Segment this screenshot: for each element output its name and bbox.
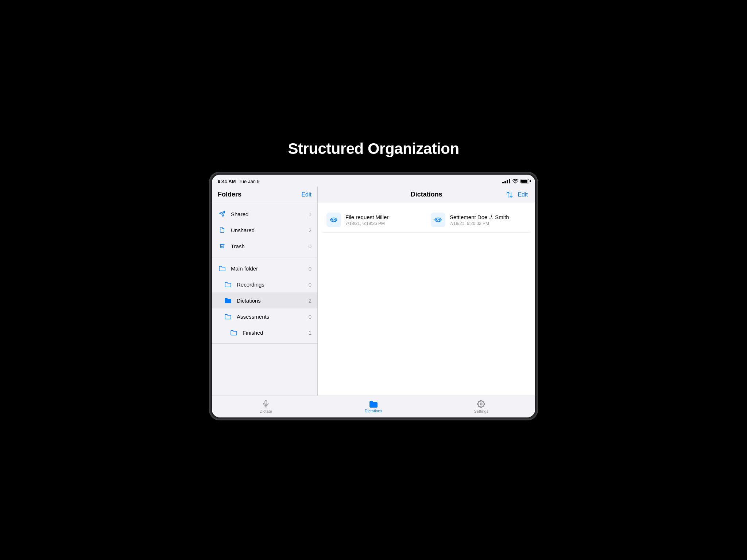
sidebar-item-count-unshared: 2: [309, 227, 311, 233]
content-list: File request Miller 7/18/21, 6:19:36 PM: [318, 203, 535, 396]
tab-item-settings[interactable]: Settings: [427, 400, 535, 413]
sidebar-item-label-dictations: Dictations: [237, 298, 309, 304]
folder-icon-main: [218, 264, 227, 273]
folder-icon-recordings: [224, 280, 232, 289]
sidebar-item-finished[interactable]: Finished 1: [212, 324, 317, 341]
dictation-thumb-1: [326, 213, 341, 227]
tab-item-dictations[interactable]: Dictations: [320, 400, 427, 413]
ipad-left-button: [209, 224, 210, 246]
content-title: Dictations: [411, 191, 442, 198]
sidebar-item-label-main-folder: Main folder: [231, 265, 309, 272]
status-date: Tue Jan 9: [239, 179, 259, 184]
status-bar-left: 9:41 AM Tue Jan 9: [218, 179, 260, 184]
sidebar-item-label-assessments: Assessments: [237, 314, 309, 320]
sidebar-item-label-trash: Trash: [231, 243, 309, 249]
svg-point-5: [480, 403, 483, 405]
sidebar-title: Folders: [218, 191, 241, 198]
sidebar-item-count-finished: 1: [309, 330, 311, 336]
dictation-name-2: Settlement Doe ./. Smith: [450, 214, 526, 220]
ipad-screen: 9:41 AM Tue Jan 9: [212, 175, 535, 417]
sort-button[interactable]: [506, 191, 513, 198]
folder-icon-dictations: [224, 296, 232, 305]
gear-tab-icon: [477, 400, 485, 408]
sidebar-item-trash[interactable]: Trash 0: [212, 238, 317, 254]
dictation-date-2: 7/18/21, 6:20:02 PM: [450, 221, 526, 226]
status-bar-right: [502, 179, 529, 183]
sidebar-system-group: Shared 1 Unshared 2: [212, 203, 317, 257]
dictation-info-2: Settlement Doe ./. Smith 7/18/21, 6:20:0…: [450, 214, 526, 226]
sidebar-item-count-recordings: 0: [309, 281, 311, 288]
status-bar: 9:41 AM Tue Jan 9: [212, 175, 535, 186]
ipad-right-button: [537, 246, 538, 264]
signal-bars-icon: [502, 179, 510, 183]
trash-icon: [218, 242, 227, 250]
sidebar-item-recordings[interactable]: Recordings 0: [212, 276, 317, 292]
status-time: 9:41 AM: [218, 179, 236, 184]
sidebar-item-unshared[interactable]: Unshared 2: [212, 222, 317, 238]
ipad-shell: 9:41 AM Tue Jan 9: [209, 172, 538, 420]
tab-item-dictate[interactable]: Dictate: [212, 400, 320, 413]
folder-icon-finished: [229, 328, 238, 337]
sidebar-folders-group: Main folder 0 Recordings 0: [212, 257, 317, 344]
main-area: Folders Edit Shared: [212, 186, 535, 396]
dictation-item[interactable]: Settlement Doe ./. Smith 7/18/21, 6:20:0…: [426, 207, 531, 233]
page-title: Structured Organization: [288, 140, 459, 158]
sidebar-header: Folders Edit: [212, 186, 317, 203]
sidebar-item-count-shared: 1: [309, 211, 311, 217]
folder-icon-assessments: [224, 312, 232, 321]
battery-icon: [520, 179, 529, 183]
svg-rect-4: [265, 401, 267, 404]
sidebar-item-assessments[interactable]: Assessments 0: [212, 308, 317, 324]
sidebar-item-label-finished: Finished: [243, 330, 309, 336]
content-header-actions: Edit: [506, 191, 528, 198]
content-area: Dictations Edit: [318, 186, 535, 396]
mic-icon: [262, 400, 270, 408]
doc-icon: [218, 226, 227, 234]
sidebar-item-count-main-folder: 0: [309, 265, 311, 272]
dictation-info-1: File request Miller 7/18/21, 6:19:36 PM: [345, 214, 422, 226]
sidebar-list: Shared 1 Unshared 2: [212, 203, 317, 396]
tab-bar: Dictate Dictations Settings: [212, 396, 535, 417]
sidebar-item-label-unshared: Unshared: [231, 227, 309, 233]
sidebar-item-count-dictations: 2: [309, 298, 311, 304]
sidebar-item-shared[interactable]: Shared 1: [212, 206, 317, 222]
dictation-thumb-2: [431, 213, 445, 227]
dictation-date-1: 7/18/21, 6:19:36 PM: [345, 221, 422, 226]
sidebar-item-label-shared: Shared: [231, 211, 309, 217]
send-icon: [218, 210, 227, 218]
sidebar-item-count-assessments: 0: [309, 314, 311, 320]
tab-label-dictations: Dictations: [365, 409, 382, 413]
content-header: Dictations Edit: [318, 186, 535, 203]
folder-tab-icon: [369, 400, 378, 408]
dictation-item[interactable]: File request Miller 7/18/21, 6:19:36 PM: [322, 207, 426, 233]
content-edit-button[interactable]: Edit: [518, 191, 528, 198]
sidebar: Folders Edit Shared: [212, 186, 318, 396]
sidebar-item-count-trash: 0: [309, 243, 311, 249]
wifi-icon: [512, 179, 518, 183]
sidebar-edit-button[interactable]: Edit: [301, 191, 311, 198]
dictation-name-1: File request Miller: [345, 214, 422, 220]
tab-label-dictate: Dictate: [260, 409, 272, 413]
sidebar-item-label-recordings: Recordings: [237, 281, 309, 288]
sidebar-item-main-folder[interactable]: Main folder 0: [212, 260, 317, 276]
tab-label-settings: Settings: [474, 409, 488, 413]
sidebar-item-dictations[interactable]: Dictations 2: [212, 292, 317, 308]
